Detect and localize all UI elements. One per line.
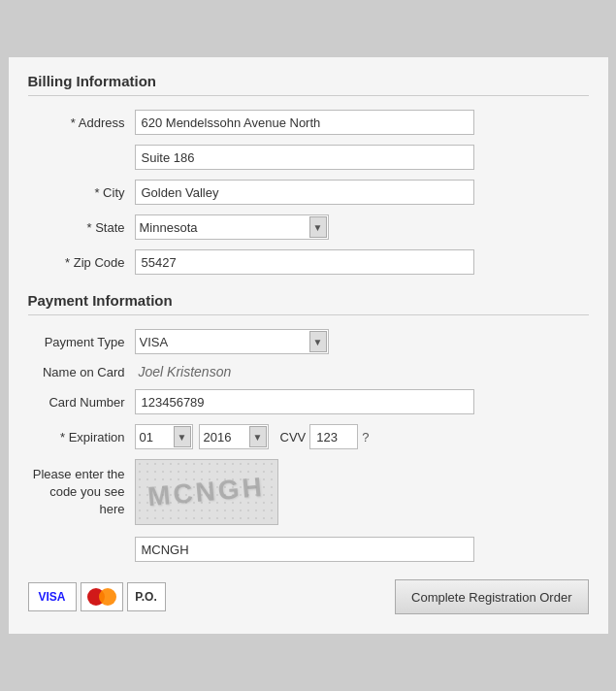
expiration-row: * Expiration 01020304 05060708 09101112 … (28, 424, 589, 449)
mastercard-icon (81, 582, 123, 611)
footer-row: VISA P.O. Complete Registration Order (28, 579, 589, 614)
billing-title: Billing Information (28, 73, 589, 96)
name-on-card-label: Name on Card (28, 365, 135, 379)
address-row: Address (28, 110, 589, 135)
cvv-help-icon[interactable]: ? (362, 430, 369, 444)
captcha-label: Please enter the code you see here (28, 466, 135, 519)
city-label: City (28, 185, 135, 200)
payment-type-select[interactable]: VISA MasterCard P.O. (135, 329, 329, 354)
address2-row (28, 145, 589, 170)
state-label: State (28, 220, 135, 235)
card-number-label: Card Number (28, 395, 135, 410)
cvv-label: CVV (280, 430, 307, 444)
city-row: City (28, 180, 589, 205)
cvv-input[interactable] (309, 424, 358, 449)
name-on-card-value: Joel Kristenson (135, 364, 232, 379)
captcha-input-row (28, 537, 589, 562)
captcha-image: MCNGH (135, 459, 278, 525)
zip-input[interactable] (135, 249, 474, 275)
exp-year-select[interactable]: 201520162017 201820192020 (199, 424, 269, 449)
payment-type-select-wrapper: VISA MasterCard P.O. ▼ (135, 329, 329, 354)
zip-row: Zip Code (28, 249, 589, 275)
expiration-label-text: Expiration (69, 430, 125, 444)
zip-label: Zip Code (28, 255, 135, 270)
mc-right-circle (99, 588, 116, 606)
payment-type-row: Payment Type VISA MasterCard P.O. ▼ (28, 329, 589, 354)
city-input[interactable] (135, 180, 474, 205)
billing-section: Billing Information Address City State M… (28, 73, 589, 275)
expiration-label: * Expiration (28, 430, 135, 444)
state-select[interactable]: Minnesota Alabama Alaska Arizona Califor… (135, 214, 329, 240)
exp-month-select[interactable]: 01020304 05060708 09101112 (135, 424, 193, 449)
card-number-row: Card Number (28, 389, 589, 414)
captcha-input[interactable] (135, 537, 474, 562)
payment-icons: VISA P.O. (28, 582, 166, 611)
captcha-row: Please enter the code you see here MCNGH (28, 459, 589, 525)
state-select-wrapper: Minnesota Alabama Alaska Arizona Califor… (135, 214, 329, 240)
payment-type-label: Payment Type (28, 335, 135, 349)
name-on-card-row: Name on Card Joel Kristenson (28, 364, 589, 379)
address-label: Address (28, 115, 135, 130)
complete-registration-button[interactable]: Complete Registration Order (395, 579, 588, 614)
address2-input[interactable] (135, 145, 474, 170)
payment-section: Payment Information Payment Type VISA Ma… (28, 292, 589, 562)
expiration-required-star: * (60, 430, 69, 444)
visa-icon: VISA (28, 582, 77, 611)
exp-year-wrapper: 201520162017 201820192020 ▼ (199, 424, 269, 449)
po-icon: P.O. (127, 582, 166, 611)
address-input[interactable] (135, 110, 474, 135)
state-row: State Minnesota Alabama Alaska Arizona C… (28, 214, 589, 240)
payment-title: Payment Information (28, 292, 589, 315)
card-number-input[interactable] (135, 389, 474, 414)
exp-month-wrapper: 01020304 05060708 09101112 ▼ (135, 424, 193, 449)
form-container: Billing Information Address City State M… (8, 56, 609, 635)
